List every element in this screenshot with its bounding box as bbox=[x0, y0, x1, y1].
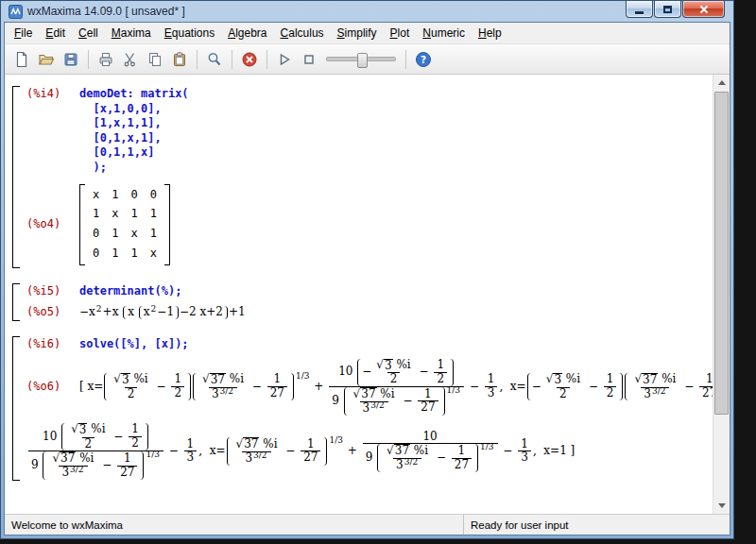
window-title: wxMaxima 14.09.0 [ unsaved* ] bbox=[27, 5, 185, 18]
input-code[interactable]: determinant(%); bbox=[79, 284, 181, 299]
window-client-area: File Edit Cell Maxima Equations Algebra … bbox=[4, 22, 730, 536]
scroll-down-icon bbox=[718, 503, 726, 508]
cut-icon bbox=[122, 51, 139, 68]
open-file-button[interactable] bbox=[34, 47, 59, 72]
worksheet[interactable]: (%i4) demoDet: matrix( [x,1,0,0], [1,x,1… bbox=[5, 75, 730, 514]
slider-thumb[interactable] bbox=[357, 53, 368, 68]
menu-cell[interactable]: Cell bbox=[72, 24, 105, 42]
new-document-button[interactable] bbox=[9, 47, 34, 72]
print-button[interactable] bbox=[94, 47, 118, 72]
input-code[interactable]: solve([%], [x]); bbox=[79, 337, 189, 352]
svg-text:?: ? bbox=[421, 54, 426, 65]
paste-button[interactable] bbox=[167, 47, 192, 72]
interrupt-icon bbox=[241, 51, 258, 68]
input-label: (%i4) bbox=[26, 87, 66, 102]
copy-icon bbox=[146, 51, 163, 68]
input-label: (%i6) bbox=[26, 337, 66, 352]
maximize-button[interactable] bbox=[654, 1, 681, 18]
statusbar: Welcome to wxMaxima Ready for user input bbox=[5, 514, 730, 535]
status-message: Welcome to wxMaxima bbox=[5, 515, 463, 535]
minimize-button[interactable] bbox=[626, 1, 653, 18]
maximize-icon bbox=[663, 6, 672, 13]
output-matrix[interactable]: x1001x1101x1011x bbox=[79, 182, 170, 267]
input-label: (%i5) bbox=[26, 284, 66, 299]
output-label: (%o4) bbox=[26, 217, 66, 232]
cut-button[interactable] bbox=[118, 47, 143, 72]
scroll-thumb[interactable] bbox=[714, 92, 729, 415]
input-code[interactable]: demoDet: matrix( [x,1,0,0], [1,x,1,1], [… bbox=[79, 87, 189, 176]
wxmaxima-window: wxMaxima 14.09.0 [ unsaved* ] File Edit … bbox=[0, 0, 734, 539]
toolbar-separator bbox=[232, 50, 232, 69]
open-file-icon bbox=[38, 51, 55, 68]
menu-plot[interactable]: Plot bbox=[384, 24, 417, 42]
maxima-status: Ready for user input bbox=[463, 515, 730, 535]
play-icon bbox=[276, 51, 293, 68]
find-button[interactable] bbox=[202, 47, 227, 72]
cell-body: (%i6) solve([%], [x]); (%o6) [ x=√3 %i2 … bbox=[26, 336, 703, 481]
menu-numeric[interactable]: Numeric bbox=[416, 24, 472, 42]
menu-calculus[interactable]: Calculus bbox=[274, 24, 331, 42]
close-icon bbox=[699, 5, 709, 14]
scroll-up-icon bbox=[718, 80, 726, 85]
menu-equations[interactable]: Equations bbox=[158, 24, 221, 42]
cell-3: (%i6) solve([%], [x]); (%o6) [ x=√3 %i2 … bbox=[12, 336, 703, 481]
titlebar[interactable]: wxMaxima 14.09.0 [ unsaved* ] bbox=[4, 1, 730, 22]
cell-bracket[interactable] bbox=[12, 283, 21, 321]
menu-simplify[interactable]: Simplify bbox=[331, 24, 384, 42]
cell-bracket[interactable] bbox=[12, 86, 21, 268]
help-icon: ? bbox=[415, 51, 432, 68]
play-button[interactable] bbox=[272, 47, 297, 72]
find-icon bbox=[206, 51, 223, 68]
copy-button[interactable] bbox=[143, 47, 167, 72]
wxmaxima-app-icon bbox=[9, 5, 23, 19]
output-label: (%o6) bbox=[26, 380, 66, 395]
menu-maxima[interactable]: Maxima bbox=[105, 24, 158, 42]
toolbar-separator bbox=[405, 50, 406, 69]
output-expression[interactable]: −x2+x x x2−1−2 x+2+1 bbox=[79, 306, 246, 319]
close-button[interactable] bbox=[682, 1, 725, 18]
toolbar: ? bbox=[5, 44, 730, 75]
menu-help[interactable]: Help bbox=[472, 24, 508, 42]
stop-button[interactable] bbox=[297, 47, 321, 72]
cell-bracket[interactable] bbox=[12, 336, 21, 481]
menu-edit[interactable]: Edit bbox=[39, 24, 72, 42]
toolbar-separator bbox=[197, 50, 198, 69]
interrupt-button[interactable] bbox=[237, 47, 262, 72]
save-button[interactable] bbox=[59, 47, 83, 72]
cell-body: (%i4) demoDet: matrix( [x,1,0,0], [1,x,1… bbox=[26, 86, 703, 268]
menubar: File Edit Cell Maxima Equations Algebra … bbox=[5, 23, 730, 44]
cell-2: (%i5) determinant(%); (%o5) −x2+x x x2−1… bbox=[12, 283, 703, 321]
scroll-up-button[interactable] bbox=[713, 75, 730, 91]
scroll-down-button[interactable] bbox=[713, 498, 730, 514]
toolbar-separator bbox=[88, 50, 89, 69]
print-icon bbox=[97, 51, 114, 68]
help-button[interactable]: ? bbox=[411, 47, 436, 72]
output-expression-line1[interactable]: [ x=√3 %i2 − 12√37 %i33/2 − 1271/3 + 10 … bbox=[79, 359, 730, 416]
vertical-scrollbar[interactable] bbox=[713, 75, 730, 514]
save-icon bbox=[62, 51, 79, 68]
stop-icon bbox=[301, 51, 318, 68]
paste-icon bbox=[171, 51, 188, 68]
toolbar-separator bbox=[266, 50, 267, 69]
output-label: (%o5) bbox=[26, 305, 66, 320]
output-expression-line2[interactable]: 10 √3 %i2 − 129 √37 %i33/2 − 1271/3 − 13… bbox=[26, 423, 575, 480]
new-document-icon bbox=[13, 51, 30, 68]
cell-1: (%i4) demoDet: matrix( [x,1,0,0], [1,x,1… bbox=[12, 86, 703, 268]
menu-algebra[interactable]: Algebra bbox=[221, 24, 273, 42]
minimize-icon bbox=[635, 11, 644, 14]
cell-body: (%i5) determinant(%); (%o5) −x2+x x x2−1… bbox=[26, 283, 703, 321]
menu-file[interactable]: File bbox=[8, 24, 39, 42]
window-controls bbox=[626, 1, 725, 18]
animation-slider[interactable] bbox=[326, 51, 396, 68]
scroll-track[interactable] bbox=[713, 91, 730, 498]
